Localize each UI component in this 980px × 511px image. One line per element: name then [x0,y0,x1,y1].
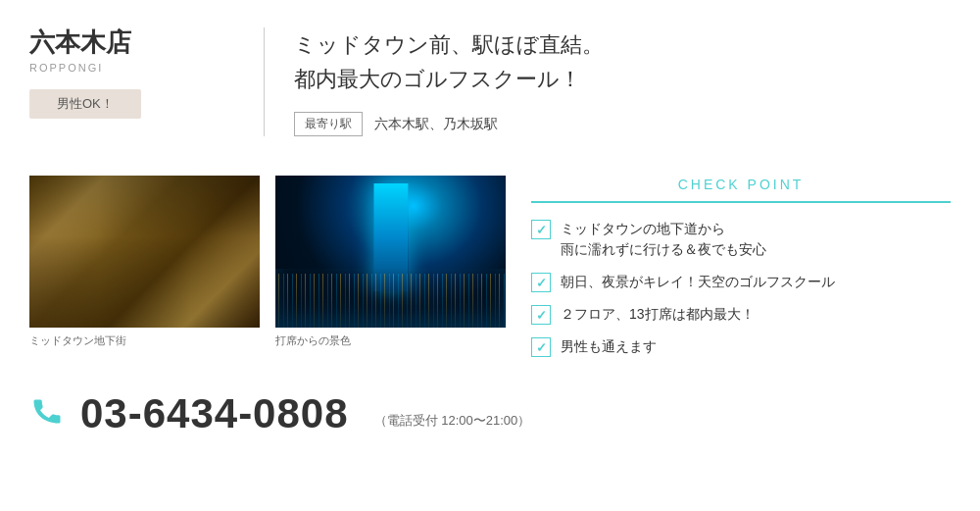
top-section: 六本木店 ROPPONGI 男性OK！ ミッドタウン前、駅ほぼ直結。 都内最大の… [0,0,980,156]
photo-caption-1: ミッドタウン地下街 [29,333,126,348]
main-copy-line1: ミッドタウン前、駅ほぼ直結。 [294,32,604,57]
check-point-section: CHECK POINT ✓ ミッドタウンの地下道から雨に濡れずに行ける＆夜でも安… [521,176,951,357]
check-text-4: 男性も通えます [561,336,657,357]
photo-caption-2: 打席からの景色 [275,333,351,348]
photo-block-1: ミッドタウン地下街 [29,176,260,348]
check-icon-3: ✓ [531,305,551,325]
check-item-2: ✓ 朝日、夜景がキレイ！天空のゴルフスクール [531,272,951,292]
store-name-japanese: 六本木店 [29,27,244,58]
check-text-1: ミッドタウンの地下道から雨に濡れずに行ける＆夜でも安心 [561,219,766,260]
station-value: 六本木駅、乃木坂駅 [374,116,498,133]
phone-hours: （電話受付 12:00〜21:00） [374,412,531,437]
check-icon-1: ✓ [531,220,551,239]
check-icon-4: ✓ [531,337,551,357]
main-copy-line2: 都内最大のゴルフスクール！ [294,67,581,91]
check-point-header: CHECK POINT [531,176,951,203]
station-label: 最寄り駅 [294,112,363,136]
check-text-3: ２フロア、13打席は都内最大！ [561,304,755,325]
store-name-english: ROPPONGI [29,62,244,74]
middle-section: ミッドタウン地下街 打席からの景色 CHECK POINT ✓ ミッドタウ [0,156,980,373]
photo-block-2: 打席からの景色 [275,176,506,348]
left-header: 六本木店 ROPPONGI 男性OK！ [29,27,265,136]
check-point-title: CHECK POINT [678,177,805,192]
check-item-1: ✓ ミッドタウンの地下道から雨に濡れずに行ける＆夜でも安心 [531,219,951,260]
bottom-section: 03-6434-0808 （電話受付 12:00〜21:00） [0,373,980,459]
check-icon-2: ✓ [531,273,551,292]
right-header: ミッドタウン前、駅ほぼ直結。 都内最大のゴルフスクール！ 最寄り駅 六本木駅、乃… [265,27,951,136]
check-list: ✓ ミッドタウンの地下道から雨に濡れずに行ける＆夜でも安心 ✓ 朝日、夜景がキレ… [531,219,951,357]
nearest-station-row: 最寄り駅 六本木駅、乃木坂駅 [294,112,951,136]
photo-underground [29,176,260,328]
main-copy: ミッドタウン前、駅ほぼ直結。 都内最大のゴルフスクール！ [294,27,951,96]
photo-nightview [275,176,506,328]
check-text-2: 朝日、夜景がキレイ！天空のゴルフスクール [561,272,835,292]
store-card: 六本木店 ROPPONGI 男性OK！ ミッドタウン前、駅ほぼ直結。 都内最大の… [0,0,980,511]
check-item-3: ✓ ２フロア、13打席は都内最大！ [531,304,951,325]
checkmark-2: ✓ [536,274,547,293]
checkmark-4: ✓ [536,338,547,358]
checkmark-3: ✓ [536,306,547,326]
check-item-4: ✓ 男性も通えます [531,336,951,357]
checkmark-1: ✓ [536,221,547,240]
gender-badge: 男性OK！ [29,89,141,119]
phone-number[interactable]: 03-6434-0808 [80,390,349,437]
phone-icon [29,392,65,435]
